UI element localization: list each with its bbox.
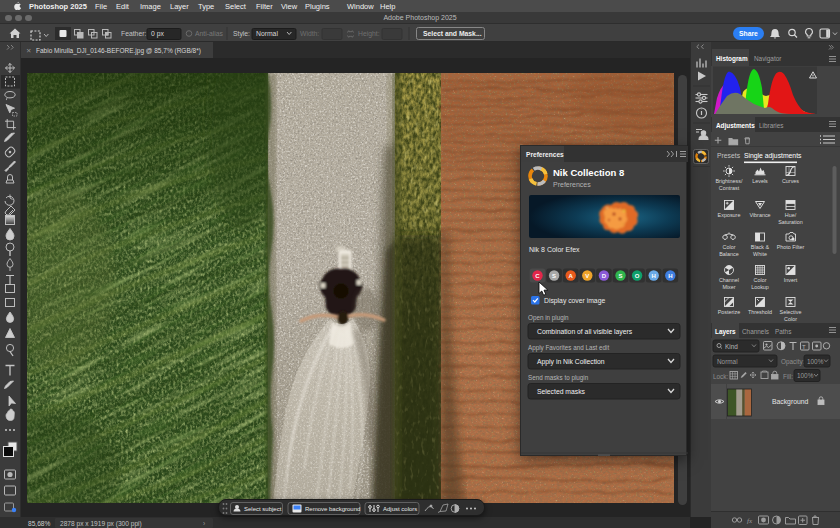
svg-text:Color: Color [754, 277, 767, 283]
svg-text:Lookup: Lookup [751, 284, 769, 290]
svg-text:Normal: Normal [256, 30, 278, 37]
svg-text:Levels: Levels [752, 178, 768, 184]
svg-text:Color: Color [723, 244, 736, 250]
svg-text:V: V [585, 273, 589, 279]
svg-text:Libraries: Libraries [759, 122, 784, 129]
svg-text:Normal: Normal [717, 358, 738, 365]
svg-text:Display cover image: Display cover image [544, 297, 605, 305]
svg-text:Selective: Selective [780, 309, 802, 315]
svg-text:S: S [552, 273, 556, 279]
svg-text:Black &: Black & [751, 244, 770, 250]
svg-text:S: S [618, 273, 622, 279]
svg-text:Share: Share [739, 30, 758, 37]
svg-text:Curves: Curves [782, 178, 799, 184]
svg-text:T: T [802, 344, 806, 350]
svg-text:Color: Color [784, 316, 797, 322]
svg-text:Width:: Width: [300, 30, 319, 37]
svg-text:Open in plugin: Open in plugin [528, 314, 569, 322]
svg-text:Layers: Layers [715, 328, 736, 336]
svg-text:Hue/: Hue/ [785, 212, 797, 218]
svg-text:Threshold: Threshold [748, 309, 772, 315]
svg-text:White: White [753, 251, 767, 257]
svg-text:D: D [602, 273, 607, 279]
svg-text:H: H [668, 273, 672, 279]
svg-text:Posterize: Posterize [718, 309, 740, 315]
svg-text:Invert: Invert [784, 277, 798, 283]
svg-text:Select and Mask...: Select and Mask... [423, 30, 482, 37]
svg-text:Lock:: Lock: [713, 373, 728, 380]
svg-text:Selected masks: Selected masks [537, 388, 586, 395]
svg-text:H: H [652, 273, 656, 279]
svg-text:Saturation: Saturation [778, 219, 803, 225]
svg-text:Fill:: Fill: [783, 373, 793, 380]
svg-text:A: A [569, 273, 574, 279]
svg-text:Height:: Height: [358, 30, 380, 38]
svg-text:O: O [635, 273, 640, 279]
svg-text:Preferences: Preferences [526, 151, 564, 158]
svg-text:Anti-alias: Anti-alias [195, 30, 224, 37]
svg-text:Histogram: Histogram [716, 55, 748, 63]
svg-text:0 px: 0 px [151, 30, 164, 38]
svg-text:Background: Background [772, 398, 808, 406]
svg-text:Feather:: Feather: [121, 30, 146, 37]
svg-text:Channels: Channels [742, 328, 769, 335]
svg-text:Kind: Kind [725, 343, 738, 350]
svg-text:Apply in Nik Collection: Apply in Nik Collection [537, 358, 605, 366]
svg-text:fx: fx [747, 517, 753, 525]
svg-text:Presets: Presets [717, 152, 741, 159]
svg-text:Send masks to plugin: Send masks to plugin [528, 374, 589, 382]
svg-text:Combination of all visible lay: Combination of all visible layers [537, 328, 633, 336]
svg-text:Contrast: Contrast [719, 185, 740, 191]
svg-text:Nik 8 Color Efex: Nik 8 Color Efex [529, 246, 580, 253]
svg-text:100%: 100% [797, 372, 814, 379]
svg-text:Remove background: Remove background [305, 506, 360, 512]
svg-text:Select subject: Select subject [244, 506, 282, 512]
svg-text:Photo Filter: Photo Filter [777, 244, 805, 250]
svg-text:Adjust colors: Adjust colors [383, 506, 417, 512]
svg-text:Exposure: Exposure [718, 212, 741, 218]
svg-text:Paths: Paths [775, 328, 791, 335]
svg-text:Single adjustments: Single adjustments [744, 152, 802, 160]
svg-text:Mixer: Mixer [722, 284, 735, 290]
svg-text:C: C [535, 273, 540, 279]
svg-text:Preferences: Preferences [553, 181, 591, 188]
svg-text:Vibrance: Vibrance [749, 212, 770, 218]
svg-text:Adjustments: Adjustments [716, 122, 755, 130]
svg-text:Nik Collection 8: Nik Collection 8 [553, 167, 624, 178]
svg-text:Brightness/: Brightness/ [716, 178, 743, 184]
svg-text:Balance: Balance [719, 251, 738, 257]
svg-text:Opacity:: Opacity: [781, 358, 805, 366]
svg-text:100%: 100% [807, 358, 824, 365]
svg-text:Navigator: Navigator [754, 55, 782, 63]
svg-text:Style:: Style: [233, 30, 250, 38]
svg-text:Apply Favorites and Last edit: Apply Favorites and Last edit [528, 344, 609, 352]
svg-text:Channel: Channel [719, 277, 739, 283]
